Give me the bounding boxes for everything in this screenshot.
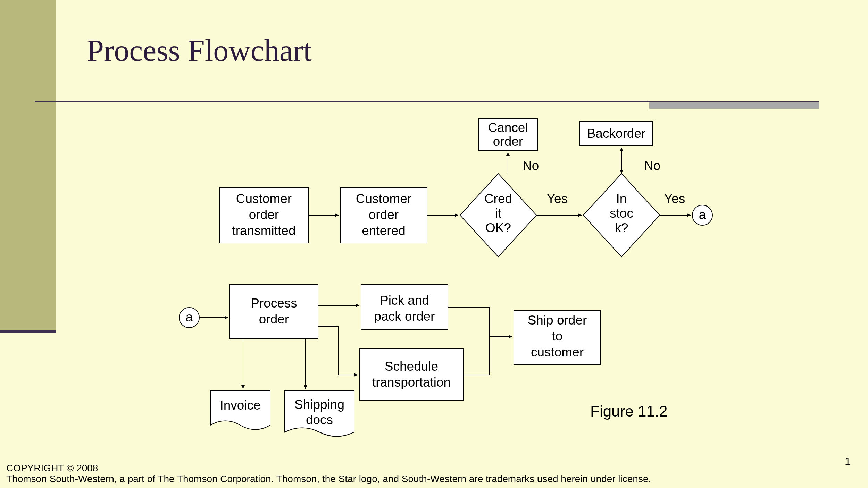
node-schedule-trans	[359, 349, 464, 400]
page-number: 1	[845, 455, 851, 467]
label-cancel-order: Cancelorder	[488, 120, 528, 149]
line-pick-to-merge	[448, 307, 490, 337]
label-stock-no: No	[644, 159, 660, 173]
label-connector-a-bottom: a	[186, 310, 193, 324]
label-stock-yes: Yes	[664, 192, 685, 206]
copyright-line1: COPYRIGHT © 2008	[6, 463, 651, 474]
node-process-order	[230, 285, 318, 339]
flowchart-svg: Cancelorder Backorder Customerordertrans…	[0, 0, 868, 488]
label-credit-yes: Yes	[547, 192, 568, 206]
label-invoice: Invoice	[220, 398, 260, 412]
label-credit-no: No	[523, 159, 539, 173]
copyright-text: COPYRIGHT © 2008 Thomson South-Western, …	[6, 463, 651, 485]
label-backorder: Backorder	[587, 126, 646, 141]
figure-label: Figure 11.2	[590, 403, 668, 420]
copyright-line2: Thomson South-Western, a part of The Tho…	[6, 474, 651, 485]
arrow-process-to-schedule	[318, 326, 358, 375]
label-connector-a-top: a	[699, 208, 706, 222]
line-schedule-to-merge	[464, 337, 490, 375]
